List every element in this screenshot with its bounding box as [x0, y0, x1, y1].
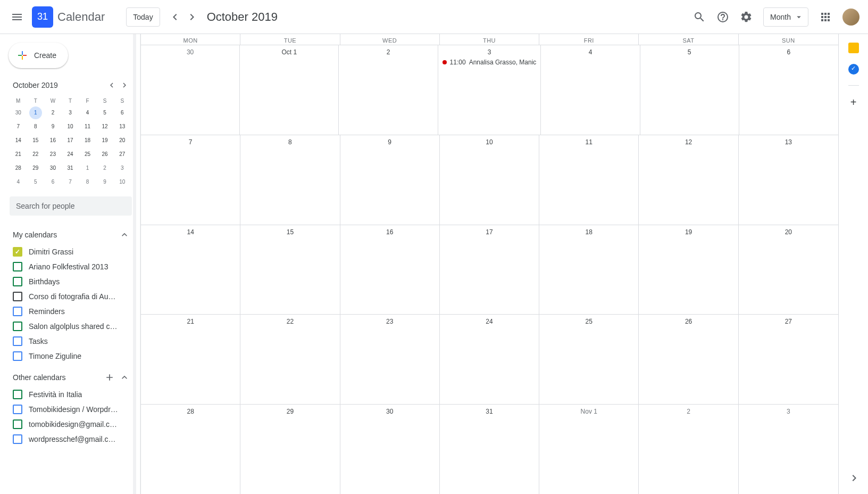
calendar-item[interactable]: Ariano Folkfestival 2013	[11, 259, 132, 274]
calendar-item[interactable]: Tasks	[11, 334, 132, 349]
account-avatar[interactable]	[842, 9, 859, 26]
mini-day-cell[interactable]: 17	[64, 134, 77, 147]
keep-addon-icon[interactable]	[848, 43, 859, 53]
mini-day-cell[interactable]: 13	[116, 120, 129, 133]
mini-next-button[interactable]	[118, 79, 131, 92]
day-cell[interactable]: 20	[739, 225, 838, 315]
day-cell[interactable]: 30	[141, 45, 240, 135]
day-cell[interactable]: 7	[141, 135, 240, 225]
calendar-item[interactable]: tomobikidesign@gmail.c…	[11, 417, 132, 432]
mini-day-cell[interactable]: 3	[64, 106, 77, 119]
day-cell[interactable]: 27	[739, 315, 838, 404]
next-month-button[interactable]	[183, 9, 201, 26]
day-cell[interactable]: 2	[639, 405, 738, 494]
mini-day-cell[interactable]: 5	[98, 106, 111, 119]
day-cell[interactable]: 15	[240, 225, 340, 315]
day-cell[interactable]: Oct 1	[240, 45, 339, 135]
mini-day-cell[interactable]: 2	[46, 106, 59, 119]
day-cell[interactable]: 29	[240, 405, 340, 494]
calendar-checkbox[interactable]	[13, 434, 22, 444]
view-selector[interactable]: Month	[763, 7, 808, 27]
mini-day-cell[interactable]: 28	[12, 162, 24, 175]
create-button[interactable]: Create	[9, 43, 68, 68]
mini-day-cell[interactable]: 30	[12, 106, 24, 119]
calendar-item[interactable]: Timone Ziguline	[11, 349, 132, 364]
calendar-checkbox[interactable]	[13, 405, 22, 414]
calendar-item[interactable]: Dimitri Grassi	[11, 244, 132, 259]
mini-day-cell[interactable]: 14	[12, 134, 24, 147]
mini-day-cell[interactable]: 12	[98, 120, 111, 133]
mini-day-cell[interactable]: 25	[81, 148, 94, 161]
calendar-checkbox[interactable]	[13, 262, 22, 271]
day-cell[interactable]: 26	[639, 315, 738, 404]
day-cell[interactable]: 13	[739, 135, 838, 225]
day-cell[interactable]: 24	[440, 315, 539, 404]
mini-day-cell[interactable]: 16	[46, 134, 59, 147]
mini-day-cell[interactable]: 19	[98, 134, 111, 147]
mini-day-cell[interactable]: 21	[12, 148, 24, 161]
tasks-addon-icon[interactable]	[848, 64, 859, 75]
other-calendars-toggle[interactable]: Other calendars	[11, 368, 132, 387]
mini-day-cell[interactable]: 3	[116, 162, 129, 175]
day-cell[interactable]: 311:00Annalisa Grasso, Manic	[438, 45, 541, 135]
calendar-item[interactable]: Corso di fotografia di Au…	[11, 289, 132, 304]
mini-day-cell[interactable]: 31	[64, 162, 77, 175]
plus-icon[interactable]	[104, 372, 115, 383]
mini-day-cell[interactable]: 9	[46, 120, 59, 133]
day-cell[interactable]: 17	[440, 225, 539, 315]
mini-day-cell[interactable]: 29	[29, 162, 42, 175]
mini-day-cell[interactable]: 20	[116, 134, 129, 147]
mini-day-cell[interactable]: 4	[12, 176, 24, 188]
mini-day-cell[interactable]: 18	[81, 134, 94, 147]
day-cell[interactable]: 8	[240, 135, 340, 225]
calendar-item[interactable]: wordpresschef@gmail.c…	[11, 432, 132, 447]
calendar-checkbox[interactable]	[13, 322, 22, 331]
calendar-checkbox[interactable]	[13, 336, 22, 346]
day-cell[interactable]: 2	[339, 45, 438, 135]
mini-day-cell[interactable]: 6	[116, 106, 129, 119]
mini-day-cell[interactable]: 8	[29, 120, 42, 133]
mini-day-cell[interactable]: 7	[64, 176, 77, 188]
calendar-item[interactable]: Tomobikidesign / Worpdr…	[11, 402, 132, 417]
my-calendars-toggle[interactable]: My calendars	[11, 225, 132, 244]
day-cell[interactable]: 31	[440, 405, 539, 494]
search-button[interactable]	[689, 6, 710, 28]
calendar-checkbox[interactable]	[13, 390, 22, 399]
day-cell[interactable]: 3	[739, 405, 838, 494]
day-cell[interactable]: 30	[340, 405, 440, 494]
main-menu-button[interactable]	[4, 4, 30, 30]
mini-day-cell[interactable]: 23	[46, 148, 59, 161]
day-cell[interactable]: 12	[639, 135, 738, 225]
day-cell[interactable]: 4	[541, 45, 640, 135]
calendar-item[interactable]: Salon algolplus shared c…	[11, 319, 132, 334]
mini-day-cell[interactable]: 2	[98, 162, 111, 175]
mini-day-cell[interactable]: 11	[81, 120, 94, 133]
calendar-checkbox[interactable]	[13, 419, 22, 429]
day-cell[interactable]: 21	[141, 315, 240, 404]
event-chip[interactable]: 11:00Annalisa Grasso, Manic	[440, 58, 539, 67]
mini-day-cell[interactable]: 4	[81, 106, 94, 119]
calendar-item[interactable]: Reminders	[11, 304, 132, 319]
day-cell[interactable]: 23	[340, 315, 440, 404]
mini-day-cell[interactable]: 5	[29, 176, 42, 188]
calendar-checkbox[interactable]	[13, 292, 22, 301]
mini-day-cell[interactable]: 7	[12, 120, 24, 133]
mini-day-cell[interactable]: 27	[116, 148, 129, 161]
apps-button[interactable]	[815, 6, 836, 28]
calendar-item[interactable]: Birthdays	[11, 274, 132, 289]
mini-day-cell[interactable]: 22	[29, 148, 42, 161]
mini-day-cell[interactable]: 6	[46, 176, 59, 188]
mini-day-cell[interactable]: 30	[46, 162, 59, 175]
mini-day-cell[interactable]: 26	[98, 148, 111, 161]
day-cell[interactable]: 10	[440, 135, 539, 225]
get-addons-button[interactable]: +	[850, 96, 857, 109]
day-cell[interactable]: 11	[539, 135, 639, 225]
calendar-checkbox[interactable]	[13, 351, 22, 361]
day-cell[interactable]: 16	[340, 225, 440, 315]
mini-day-cell[interactable]: 8	[81, 176, 94, 188]
mini-prev-button[interactable]	[105, 79, 118, 92]
calendar-checkbox[interactable]	[13, 247, 22, 257]
prev-month-button[interactable]	[166, 9, 183, 26]
calendar-checkbox[interactable]	[13, 277, 22, 286]
day-cell[interactable]: 14	[141, 225, 240, 315]
